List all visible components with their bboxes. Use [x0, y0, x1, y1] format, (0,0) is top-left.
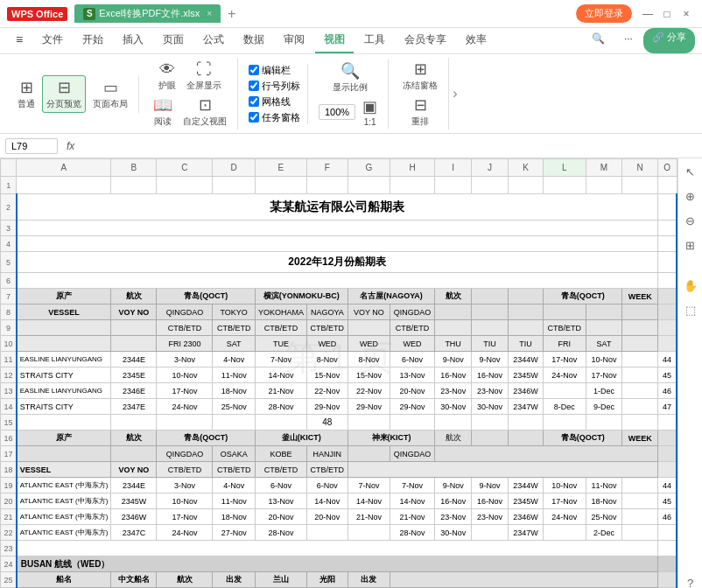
cell-B20[interactable]: 2345W: [111, 494, 157, 509]
cell-H12[interactable]: 13-Nov: [390, 368, 434, 383]
cell-O3[interactable]: [657, 220, 677, 236]
cell-A12[interactable]: STRAITS CITY: [17, 368, 111, 383]
cell-M22[interactable]: 2-Dec: [586, 525, 622, 541]
cell-A21[interactable]: ATLANTIC EAST (中海东方): [17, 509, 111, 525]
subtitle-cell[interactable]: 2022年12月份船期表: [17, 252, 658, 273]
share-button[interactable]: 🔗 分享: [643, 28, 695, 53]
cell-E14[interactable]: 28-Nov: [255, 399, 306, 415]
cell-L15[interactable]: [544, 415, 586, 430]
col-header-M[interactable]: M: [586, 159, 622, 177]
cell-H8[interactable]: QINGDAO: [390, 304, 434, 320]
cell-A16[interactable]: 原产: [17, 430, 111, 446]
cell-M21[interactable]: 25-Nov: [586, 509, 622, 525]
cell-I20[interactable]: 16-Nov: [435, 494, 472, 509]
gridlines-check[interactable]: [249, 96, 259, 107]
reading-button[interactable]: 📖 阅读: [150, 94, 176, 130]
cell-F12[interactable]: 15-Nov: [306, 368, 347, 383]
cell-K15[interactable]: [509, 415, 544, 430]
ribbon-more-icon[interactable]: ›: [453, 86, 457, 102]
cell-F19[interactable]: 6-Nov: [306, 478, 347, 494]
cell-B15[interactable]: [111, 415, 157, 430]
cell-A8[interactable]: VESSEL: [17, 304, 111, 320]
cell-D18[interactable]: CTB/ETD: [213, 462, 255, 478]
cell-H10[interactable]: WED: [390, 336, 434, 352]
cell-F8[interactable]: NAGOYA: [306, 304, 347, 320]
cell-A25[interactable]: 船名: [17, 572, 111, 588]
cell-A15[interactable]: [17, 415, 111, 430]
cell-C18[interactable]: CTB/ETD: [157, 462, 213, 478]
cell-B25[interactable]: 中文船名: [111, 572, 157, 588]
cell-I1[interactable]: [435, 177, 472, 194]
cell-O16[interactable]: [657, 430, 677, 446]
cell-G13[interactable]: 22-Nov: [347, 383, 390, 399]
cell-L21[interactable]: 24-Nov: [544, 509, 586, 525]
cell-C25[interactable]: 航次: [157, 572, 213, 588]
cell-A14[interactable]: STRAITS CITY: [17, 399, 111, 415]
cell-E22[interactable]: 28-Nov: [255, 525, 306, 541]
cell-L8[interactable]: [544, 304, 586, 320]
cell-B21[interactable]: 2346W: [111, 509, 157, 525]
cell-J10[interactable]: TIU: [472, 336, 509, 352]
cell-M8[interactable]: [586, 304, 622, 320]
cell-A4[interactable]: [17, 236, 658, 252]
cell-O22[interactable]: [657, 525, 677, 541]
cell-J19[interactable]: 9-Nov: [472, 478, 509, 494]
cell-E15[interactable]: [255, 415, 306, 430]
cell-G11[interactable]: 8-Nov: [347, 352, 390, 368]
cell-I19[interactable]: 9-Nov: [435, 478, 472, 494]
cell-F14[interactable]: 29-Nov: [306, 399, 347, 415]
cell-F21[interactable]: 20-Nov: [306, 509, 347, 525]
cell-D15[interactable]: [213, 415, 255, 430]
cell-N13[interactable]: [622, 383, 658, 399]
col-header-J[interactable]: J: [472, 159, 509, 177]
cell-B13[interactable]: 2346E: [111, 383, 157, 399]
col-header-I[interactable]: I: [435, 159, 472, 177]
cell-N8[interactable]: [622, 304, 658, 320]
tab-insert[interactable]: 插入: [114, 28, 152, 53]
cell-O23[interactable]: [657, 541, 677, 556]
sheet-container[interactable]: 第 1 页: [0, 158, 677, 588]
cell-C1[interactable]: [157, 177, 213, 194]
close-button[interactable]: ×: [677, 5, 695, 23]
cell-L12[interactable]: 24-Nov: [544, 368, 586, 383]
cell-B18[interactable]: VOY NO: [111, 462, 157, 478]
cell-H13[interactable]: 20-Nov: [390, 383, 434, 399]
cell-H1[interactable]: [390, 177, 434, 194]
cell-D25[interactable]: 出发: [213, 572, 255, 588]
cell-H9[interactable]: CTB/ETD: [390, 320, 434, 336]
cell-B17[interactable]: [111, 446, 157, 462]
cell-O21[interactable]: 46: [657, 509, 677, 525]
zoom-out-icon[interactable]: ⊖: [681, 211, 700, 230]
cell-E1[interactable]: [255, 177, 306, 194]
cell-M19[interactable]: 11-Nov: [586, 478, 622, 494]
cell-B8[interactable]: VOY NO: [111, 304, 157, 320]
cell-I21[interactable]: 23-Nov: [435, 509, 472, 525]
col-header-K[interactable]: K: [509, 159, 544, 177]
cell-A7[interactable]: 原产: [17, 289, 111, 304]
cell-L11[interactable]: 17-Nov: [544, 352, 586, 368]
cell-B14[interactable]: 2347E: [111, 399, 157, 415]
cell-J11[interactable]: 9-Nov: [472, 352, 509, 368]
cell-O9[interactable]: [657, 320, 677, 336]
cell-L20[interactable]: 17-Nov: [544, 494, 586, 509]
cell-D8[interactable]: TOKYO: [213, 304, 255, 320]
close-tab-icon[interactable]: ×: [207, 9, 212, 18]
cell-D14[interactable]: 25-Nov: [213, 399, 255, 415]
cell-I11[interactable]: 9-Nov: [435, 352, 472, 368]
rowcol-checkbox[interactable]: 行号列标: [249, 80, 300, 93]
cell-E21[interactable]: 20-Nov: [255, 509, 306, 525]
cell-O25[interactable]: [657, 572, 677, 588]
cell-K12[interactable]: 2345W: [509, 368, 544, 383]
cell-E17[interactable]: KOBE: [255, 446, 306, 462]
multiwindow-check[interactable]: [249, 112, 259, 122]
cell-O7[interactable]: [657, 289, 677, 304]
cell-H14[interactable]: 29-Nov: [390, 399, 434, 415]
cell-L7[interactable]: 青岛(QOCT): [544, 289, 622, 304]
cell-N7[interactable]: WEEK: [622, 289, 658, 304]
cell-L16[interactable]: 青岛(QOCT): [544, 430, 622, 446]
cell-N19[interactable]: [622, 478, 658, 494]
cell-B1[interactable]: [111, 177, 157, 194]
col-header-B[interactable]: B: [111, 159, 157, 177]
cell-K7[interactable]: [509, 289, 544, 304]
cell-H21[interactable]: 21-Nov: [390, 509, 434, 525]
